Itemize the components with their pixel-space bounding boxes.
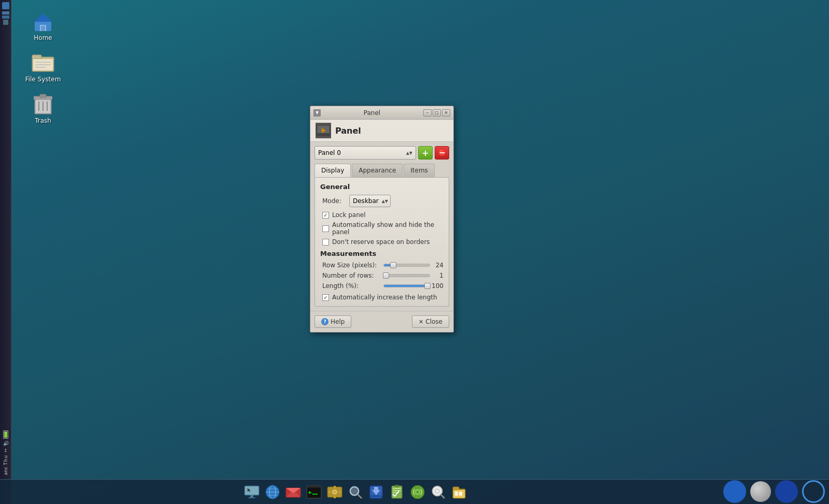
svg-rect-58 [395, 485, 399, 487]
help-icon: ? [321, 318, 328, 325]
auto-length-checkbox[interactable]: ✓ [322, 294, 329, 301]
measurements-section-title: Measurements [320, 250, 444, 257]
svg-rect-43 [334, 486, 336, 488]
taskbar-clipboard-icon[interactable] [388, 483, 406, 501]
num-rows-slider-thumb[interactable] [383, 272, 389, 279]
svg-point-42 [334, 491, 336, 493]
svg-line-64 [440, 494, 445, 498]
svg-rect-3 [41, 26, 45, 31]
vertical-label: Thu [3, 455, 8, 465]
svg-marker-1 [34, 13, 52, 22]
svg-rect-13 [40, 94, 46, 97]
mode-select[interactable]: Deskbar ▲▼ [349, 195, 391, 207]
num-rows-slider-track[interactable] [383, 274, 430, 277]
battery-icon [3, 430, 8, 439]
num-rows-row: Number of rows: 1 [322, 272, 444, 279]
taskbar-search-icon[interactable] [346, 483, 365, 501]
row-size-slider-thumb[interactable] [390, 262, 396, 268]
close-button[interactable]: ✕ Close [412, 315, 449, 328]
desktop-icon-filesystem[interactable]: File System [20, 49, 66, 85]
taskbar-download-icon[interactable] [367, 483, 385, 501]
panel-select[interactable]: Panel 0 ▲▼ [315, 146, 416, 160]
svg-rect-19 [317, 133, 330, 136]
length-label: Length (%): [322, 282, 383, 290]
taskbar-monitor-icon[interactable] [242, 483, 261, 501]
taskbar-music-icon[interactable] [408, 483, 427, 501]
mode-label: Mode: [322, 197, 349, 205]
no-reserve-checkbox[interactable] [322, 239, 329, 246]
length-value: 100 [431, 282, 444, 290]
anc-label: anc [3, 467, 8, 475]
taskbar-settings-icon[interactable] [325, 483, 344, 501]
svg-point-61 [417, 491, 419, 493]
svg-rect-56 [393, 490, 401, 491]
remove-panel-button[interactable]: ⛔ [435, 146, 449, 160]
sidebar-icon-4 [3, 20, 8, 25]
row-size-slider-track[interactable] [383, 264, 430, 267]
trash-icon [31, 92, 55, 117]
tab-items[interactable]: Items [404, 164, 435, 177]
home-icon [31, 9, 55, 34]
taskbar-files-icon[interactable] [450, 483, 468, 501]
svg-rect-39 [312, 494, 318, 495]
tray-circle-gray[interactable] [750, 481, 771, 502]
num-rows-value: 1 [433, 272, 444, 279]
lock-panel-checkbox[interactable]: ✓ [322, 212, 329, 219]
titlebar-menu-icon[interactable]: ▼ [313, 109, 321, 117]
auto-length-row: ✓ Automatically increase the length [322, 294, 444, 301]
svg-rect-5 [32, 55, 41, 59]
row-size-label: Row Size (pixels): [322, 262, 383, 269]
close-icon: ✕ [419, 319, 423, 325]
dialog-body: Panel 0 ▲▼ + ⛔ Display Appearance Items … [310, 142, 453, 311]
auto-hide-row: Automatically show and hide the panel [322, 221, 444, 236]
tab-display[interactable]: Display [315, 164, 351, 177]
taskbar-globe-icon[interactable] [263, 483, 282, 501]
mode-row: Mode: Deskbar ▲▼ [322, 195, 444, 207]
tray-circle-dark-blue[interactable] [775, 480, 798, 503]
sidebar-icon-2 [2, 11, 9, 15]
desktop-icon-home[interactable]: Home [20, 7, 66, 44]
minimize-button[interactable]: – [423, 109, 432, 117]
svg-rect-69 [455, 492, 458, 496]
tab-content: General Mode: Deskbar ▲▼ ✓ Lock panel [315, 178, 449, 307]
svg-rect-70 [459, 492, 462, 496]
filesystem-label: File System [25, 76, 61, 83]
svg-rect-52 [374, 487, 378, 491]
volume-icon: 🔊 [2, 440, 9, 447]
no-reserve-label: Don't reserve space on borders [332, 238, 430, 246]
panel-header-icon [316, 123, 331, 138]
sidebar-icon-3 [2, 16, 9, 19]
length-slider-track[interactable] [383, 284, 428, 287]
svg-rect-67 [453, 487, 459, 490]
taskbar-icons [242, 483, 468, 501]
svg-rect-45 [328, 491, 331, 493]
tray-circle-blue-solid[interactable] [723, 480, 746, 503]
add-panel-button[interactable]: + [418, 146, 433, 160]
desktop-icon-trash[interactable]: Trash [20, 90, 66, 126]
length-row: Length (%): 100 [322, 282, 444, 290]
taskbar-find-icon[interactable] [429, 483, 448, 501]
tab-appearance[interactable]: Appearance [352, 164, 403, 177]
maximize-button[interactable]: □ [433, 109, 441, 117]
svg-rect-22 [245, 486, 259, 495]
tabs-row: Display Appearance Items [315, 164, 449, 178]
sidebar-icon-1 [2, 2, 9, 9]
trash-label: Trash [35, 117, 51, 124]
help-button[interactable]: ? Help [315, 315, 351, 328]
length-slider-thumb[interactable] [424, 283, 431, 289]
close-label: Close [425, 318, 442, 325]
taskbar-mail-icon[interactable] [284, 483, 303, 501]
bottom-taskbar [0, 479, 829, 504]
auto-hide-label: Automatically show and hide the panel [332, 221, 444, 236]
dialog-footer: ? Help ✕ Close [310, 311, 453, 332]
mode-arrow: ▲▼ [382, 199, 388, 204]
left-bottom-sys: 🔊 ↕ Thu anc [0, 430, 11, 477]
svg-rect-23 [250, 495, 253, 497]
svg-rect-53 [370, 495, 382, 497]
taskbar-terminal-icon[interactable] [305, 483, 323, 501]
system-tray [723, 480, 825, 503]
close-button-title[interactable]: ✕ [442, 109, 450, 117]
auto-hide-checkbox[interactable] [322, 225, 329, 232]
tray-circle-outline[interactable] [802, 480, 825, 503]
svg-point-48 [351, 488, 358, 494]
